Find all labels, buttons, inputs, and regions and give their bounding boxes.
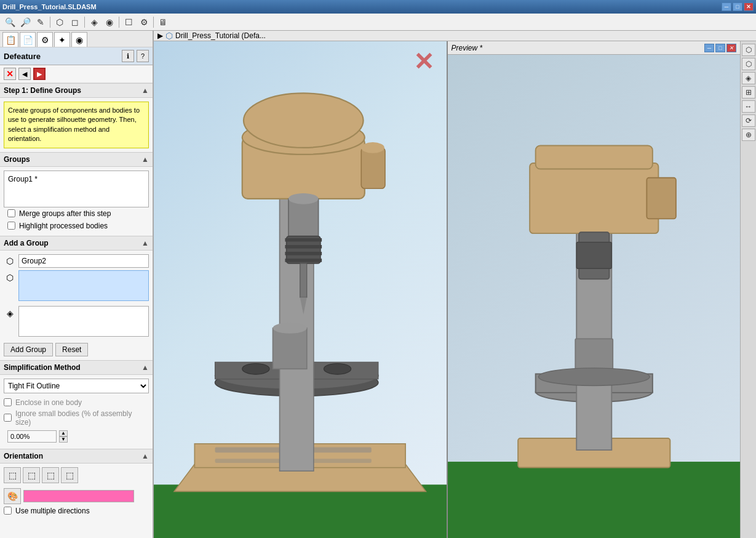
svg-point-40 — [538, 368, 650, 386]
color-swatch-row: 🎨 — [4, 487, 149, 505]
tab-appearance[interactable]: ◉ — [71, 32, 87, 47]
multiple-dir-checkbox[interactable] — [4, 507, 12, 515]
add-group-title: Add a Group — [4, 239, 49, 247]
box-btn[interactable]: ◻ — [68, 15, 82, 29]
left-viewport[interactable]: ✕ — [154, 41, 448, 538]
group1-item[interactable]: Group1 * — [7, 174, 146, 185]
reset-btn[interactable]: Reset — [55, 343, 88, 356]
rs-btn-4[interactable]: ⊞ — [742, 86, 755, 98]
highlight-checkbox[interactable] — [7, 222, 15, 230]
rs-btn-3[interactable]: ◈ — [742, 72, 755, 84]
svg-rect-34 — [530, 163, 658, 233]
model-bar: ▶ ⬡ Drill_Press_Tutorial (Defa... — [154, 31, 756, 41]
expand-icon[interactable]: ▶ — [157, 31, 163, 40]
nav-row: ✕ ◀ ▶ — [0, 65, 153, 83]
model-path: Drill_Press_Tutorial (Defa... — [175, 31, 266, 40]
orient-btn-2[interactable]: ⬚ — [23, 467, 40, 483]
fill-btn[interactable]: ◈ — [87, 15, 101, 29]
help-btn[interactable]: ? — [137, 50, 149, 62]
step1-collapse-icon[interactable]: ▲ — [141, 86, 149, 95]
method-select[interactable]: Tight Fit Outline Bounding Box Convex Hu… — [4, 379, 149, 393]
groups-section-header[interactable]: Groups ▲ — [0, 152, 153, 167]
orient-collapse-icon[interactable]: ▲ — [141, 452, 149, 460]
settings-btn[interactable]: ⚙ — [137, 15, 151, 29]
add-group-collapse-icon[interactable]: ▲ — [141, 239, 149, 247]
svg-point-19 — [288, 193, 319, 204]
preview-minimize[interactable]: ─ — [704, 44, 714, 52]
rs-btn-7[interactable]: ⊕ — [742, 129, 755, 141]
outline-btn[interactable]: ◉ — [102, 15, 117, 29]
svg-rect-18 — [288, 199, 319, 239]
add-group-section-header[interactable]: Add a Group ▲ — [0, 236, 153, 251]
groups-collapse-icon[interactable]: ▲ — [141, 155, 149, 164]
simp-section-header[interactable]: Simplification Method ▲ — [0, 360, 153, 375]
title-bar-buttons[interactable]: ─ □ ✕ — [722, 2, 754, 11]
display-btn[interactable]: ☐ — [121, 15, 136, 29]
simp-collapse-icon[interactable]: ▲ — [141, 363, 149, 372]
selection-box-1[interactable] — [18, 270, 149, 301]
preview-close[interactable]: ✕ — [726, 44, 736, 52]
orient-btn-3[interactable]: ⬚ — [42, 467, 59, 483]
step1-section-header[interactable]: Step 1: Define Groups ▲ — [0, 83, 153, 98]
zoom-btn[interactable]: 🔎 — [18, 15, 33, 29]
merge-checkbox[interactable] — [7, 209, 15, 217]
rs-btn-5[interactable]: ↔ — [742, 100, 755, 113]
preview-maximize[interactable]: □ — [715, 44, 725, 52]
add-group-btn[interactable]: Add Group — [4, 343, 53, 356]
merge-label: Merge groups after this step — [19, 209, 111, 218]
svg-rect-24 — [285, 259, 322, 262]
spinner-down[interactable]: ▼ — [59, 436, 68, 443]
nav-forward-btn[interactable]: ▶ — [33, 68, 46, 80]
rs-btn-6[interactable]: ⟳ — [742, 114, 755, 127]
group2-name-input[interactable] — [18, 254, 149, 268]
svg-rect-35 — [535, 146, 652, 169]
tab-properties[interactable]: 📄 — [20, 32, 36, 47]
rs-btn-2[interactable]: ⬡ — [742, 58, 755, 70]
preview-viewport[interactable] — [448, 55, 741, 538]
preview-drill-press-svg — [448, 55, 741, 538]
multiple-dir-row: Use multiple directions — [4, 505, 149, 516]
ignore-checkbox[interactable] — [4, 414, 12, 422]
shape-btn[interactable]: ⬡ — [52, 15, 67, 29]
minimize-btn[interactable]: ─ — [722, 2, 731, 11]
orient-section-header[interactable]: Orientation ▲ — [0, 449, 153, 464]
search-btn[interactable]: 🔍 — [2, 15, 17, 29]
tab-display[interactable]: ✦ — [54, 32, 70, 47]
model-icon: ⬡ — [165, 31, 173, 41]
svg-point-8 — [242, 363, 269, 374]
close-btn[interactable]: ✕ — [744, 2, 754, 11]
preview-title: Preview * — [452, 44, 483, 52]
edit-btn[interactable]: ✎ — [33, 15, 48, 29]
color-icon[interactable]: 🎨 — [4, 488, 21, 504]
group-icon-2: ⬡ — [4, 271, 16, 284]
tab-feature-tree[interactable]: 📋 — [2, 32, 18, 47]
nav-back-btn[interactable]: ◀ — [18, 68, 31, 80]
orient-btn-4[interactable]: ⬚ — [61, 467, 78, 483]
svg-rect-23 — [285, 252, 322, 255]
spinner-up[interactable]: ▲ — [59, 430, 68, 436]
close-defeature-btn[interactable]: ✕ — [4, 68, 16, 80]
selection-box-2[interactable] — [18, 306, 149, 337]
rs-btn-1[interactable]: ⬡ — [742, 44, 755, 56]
preview-title-bar: Preview * ─ □ ✕ — [448, 41, 741, 55]
add-reset-row: Add Group Reset — [4, 343, 149, 356]
color-swatch[interactable] — [23, 490, 134, 502]
svg-point-10 — [324, 363, 351, 374]
maximize-btn[interactable]: □ — [733, 2, 742, 11]
merge-checkbox-row: Merge groups after this step — [4, 207, 149, 220]
svg-rect-38 — [576, 242, 611, 268]
viewport-close-btn[interactable]: ✕ — [413, 47, 434, 76]
percent-input[interactable] — [7, 430, 57, 443]
monitor-btn[interactable]: 🖥 — [156, 15, 170, 29]
tab-config[interactable]: ⚙ — [37, 32, 53, 47]
info-btn[interactable]: ℹ — [122, 50, 134, 62]
defeature-header: Defeature ℹ ? — [0, 47, 153, 65]
svg-rect-16 — [361, 148, 385, 188]
orient-btn-1[interactable]: ⬚ — [4, 467, 21, 483]
right-viewport-wrapper: Preview * ─ □ ✕ — [448, 41, 741, 538]
ignore-label: Ignore small bodies (% of assembly size) — [15, 409, 149, 427]
enclose-checkbox[interactable] — [4, 398, 12, 406]
svg-rect-21 — [285, 238, 322, 242]
preview-title-buttons[interactable]: ─ □ ✕ — [704, 44, 736, 52]
highlight-label: Highlight processed bodies — [19, 222, 108, 230]
